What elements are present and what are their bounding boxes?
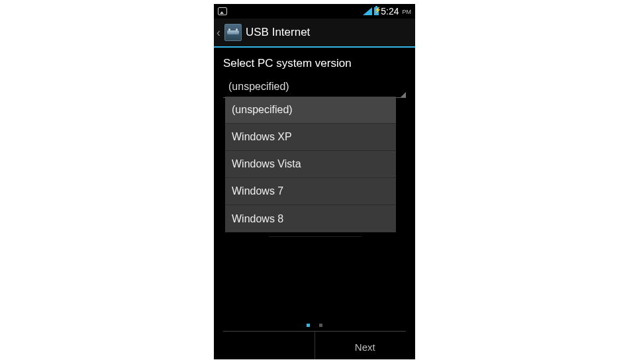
spinner-selected-value: (unspecified) [228, 81, 289, 93]
status-right: 5:24 PM [363, 6, 411, 17]
os-version-dropdown: (unspecified) Windows XP Windows Vista W… [225, 97, 396, 232]
os-version-spinner[interactable]: (unspecified) [223, 75, 406, 98]
next-button[interactable]: Next [315, 332, 416, 359]
spinner-caret-icon [401, 92, 406, 97]
page-dot-1 [307, 324, 310, 327]
phone-screen: 5:24 PM ‹ USB Internet Select PC system … [214, 4, 415, 359]
image-notification-icon [218, 7, 227, 15]
underlying-divider [269, 233, 362, 237]
dropdown-option-windows-8[interactable]: Windows 8 [225, 205, 396, 232]
dropdown-option-windows-7[interactable]: Windows 7 [225, 178, 396, 205]
page-dot-2 [319, 324, 322, 327]
page-indicator [214, 324, 415, 331]
footer-actions: Next [214, 332, 415, 359]
clock-period: PM [403, 9, 412, 15]
dropdown-option-unspecified[interactable]: (unspecified) [225, 97, 396, 124]
app-icon [224, 24, 242, 41]
action-bar[interactable]: ‹ USB Internet [214, 19, 415, 48]
footer-spacer [214, 332, 314, 359]
status-left [218, 7, 227, 15]
content-area: Select PC system version (unspecified) [214, 48, 415, 98]
signal-icon [363, 7, 372, 15]
section-label: Select PC system version [223, 57, 406, 70]
back-icon[interactable]: ‹ [217, 26, 220, 40]
dropdown-option-windows-xp[interactable]: Windows XP [225, 124, 396, 151]
battery-charging-icon [374, 7, 379, 15]
footer: Next [214, 324, 415, 359]
dropdown-option-windows-vista[interactable]: Windows Vista [225, 151, 396, 178]
status-bar: 5:24 PM [214, 4, 415, 19]
clock-time: 5:24 [381, 6, 399, 17]
screen-title: USB Internet [246, 26, 310, 39]
